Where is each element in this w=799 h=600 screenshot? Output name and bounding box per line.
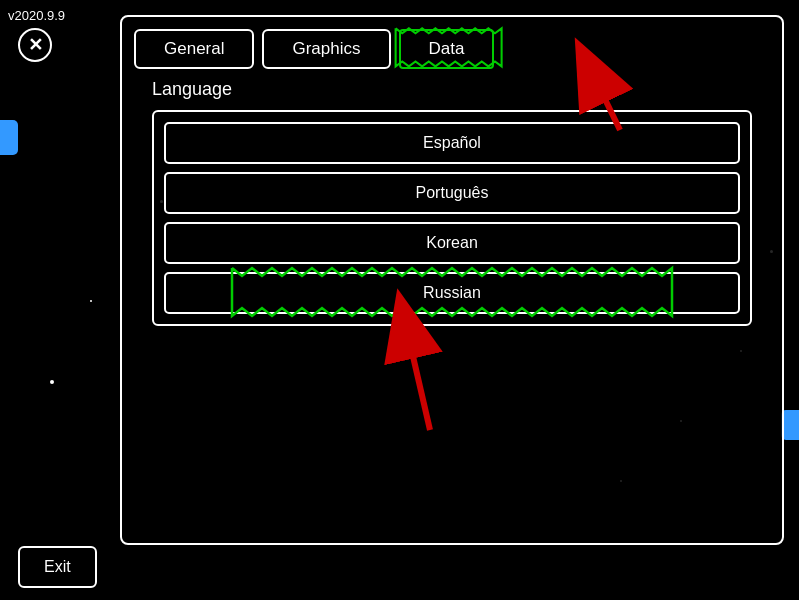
tab-bar: General Graphics Data [122, 17, 782, 69]
language-label: Language [152, 79, 762, 100]
dialog-content: Language Español Português Korean Russia… [122, 69, 782, 336]
language-list: Español Português Korean Russian [152, 110, 752, 326]
tab-data-wrapper: Data [399, 29, 495, 69]
language-korean[interactable]: Korean [164, 222, 740, 264]
tab-general[interactable]: General [134, 29, 254, 69]
main-dialog: General Graphics Data Language Español P… [120, 15, 784, 545]
language-portugues[interactable]: Português [164, 172, 740, 214]
tab-graphics[interactable]: Graphics [262, 29, 390, 69]
language-russian[interactable]: Russian [164, 272, 740, 314]
language-russian-wrapper: Russian [164, 272, 740, 314]
version-label: v2020.9.9 [8, 8, 65, 23]
close-button[interactable]: ✕ [18, 28, 52, 62]
exit-button[interactable]: Exit [18, 546, 97, 588]
blue-shape-left [0, 120, 18, 155]
language-espanol[interactable]: Español [164, 122, 740, 164]
tab-data[interactable]: Data [399, 29, 495, 69]
